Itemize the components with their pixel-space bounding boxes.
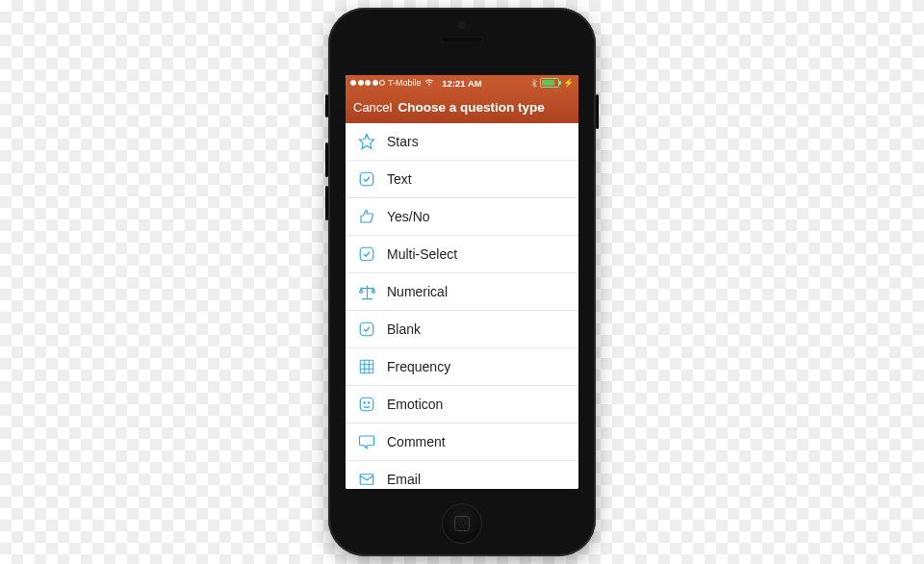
checkbox-icon xyxy=(357,244,376,264)
question-type-frequency[interactable]: Frequency xyxy=(346,348,578,386)
list-item-label: Blank xyxy=(387,321,421,337)
phone-mute-switch xyxy=(325,94,328,117)
bluetooth-icon xyxy=(531,79,537,88)
checkbox-icon xyxy=(357,320,376,339)
list-item-label: Frequency xyxy=(387,359,450,374)
phone-power-button xyxy=(596,94,599,129)
stage: T-Mobile 12:21 AM xyxy=(0,0,924,564)
question-type-email[interactable]: Email xyxy=(346,461,578,489)
list-item-label: Comment xyxy=(387,434,446,449)
nav-bar: Cancel Choose a question type xyxy=(346,90,578,123)
page-title: Choose a question type xyxy=(398,100,544,115)
status-time: 12:21 AM xyxy=(442,78,481,89)
question-type-emoticon[interactable]: Emoticon xyxy=(346,386,578,423)
list-item-label: Multi-Select xyxy=(387,246,457,262)
phone-volume-up xyxy=(325,142,328,177)
carrier-label: T-Mobile xyxy=(388,78,422,88)
question-type-list: Stars Text xyxy=(346,123,578,489)
list-item-label: Text xyxy=(387,171,412,187)
svg-rect-9 xyxy=(360,397,373,411)
phone-volume-down xyxy=(325,186,328,220)
phone-frame: T-Mobile 12:21 AM xyxy=(328,8,596,556)
cancel-button[interactable]: Cancel xyxy=(353,100,392,115)
calendar-grid-icon xyxy=(357,357,376,376)
scale-icon xyxy=(357,282,376,301)
question-type-numerical[interactable]: Numerical xyxy=(346,273,578,311)
wifi-icon xyxy=(424,79,434,87)
status-bar: T-Mobile 12:21 AM xyxy=(346,75,578,90)
list-item-label: Emoticon xyxy=(387,397,443,412)
star-icon xyxy=(357,132,376,151)
envelope-icon xyxy=(357,470,376,489)
svg-rect-1 xyxy=(360,172,373,186)
thumbs-up-icon xyxy=(357,207,376,226)
question-type-blank[interactable]: Blank xyxy=(346,311,578,348)
battery-icon xyxy=(540,78,559,88)
list-item-label: Numerical xyxy=(387,284,448,299)
checkbox-icon xyxy=(357,169,376,189)
svg-rect-4 xyxy=(360,360,373,373)
svg-rect-3 xyxy=(360,322,373,336)
signal-strength-icon xyxy=(350,80,385,86)
question-type-yesno[interactable]: Yes/No xyxy=(346,198,578,236)
svg-point-11 xyxy=(369,402,371,404)
svg-marker-0 xyxy=(360,135,374,149)
question-type-stars[interactable]: Stars xyxy=(346,123,578,161)
speech-bubble-icon xyxy=(357,432,376,451)
home-button[interactable] xyxy=(442,503,482,544)
svg-rect-12 xyxy=(360,474,373,485)
list-item-label: Yes/No xyxy=(387,209,430,224)
svg-rect-2 xyxy=(360,247,373,261)
screen: T-Mobile 12:21 AM xyxy=(346,75,578,489)
list-item-label: Email xyxy=(387,472,421,487)
charging-icon: ⚡ xyxy=(563,78,574,88)
question-type-multiselect[interactable]: Multi-Select xyxy=(346,236,578,273)
list-item-label: Stars xyxy=(387,134,419,149)
question-type-text[interactable]: Text xyxy=(346,161,578,198)
smiley-icon xyxy=(357,395,376,414)
svg-point-10 xyxy=(364,402,366,404)
question-type-comment[interactable]: Comment xyxy=(346,423,578,461)
